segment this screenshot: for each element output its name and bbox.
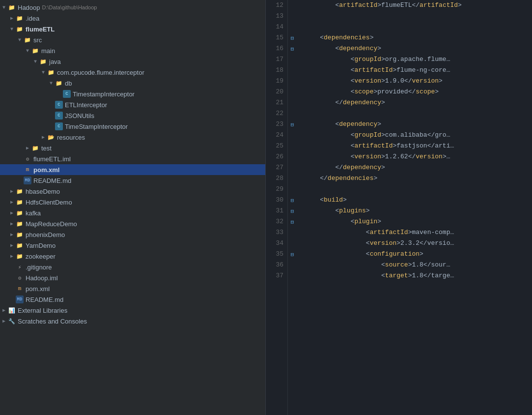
tree-item-YarnDemo[interactable]: 📁 YarnDemo xyxy=(0,240,265,251)
code-segment: < xyxy=(381,260,385,270)
tree-label: resources xyxy=(57,134,85,141)
code-line: <artifactId>flumeETL</artifactId> xyxy=(305,0,532,11)
code-segment: artifactId xyxy=(354,141,392,151)
code-segment: >flumeETL</ xyxy=(377,0,420,11)
fold-marker[interactable] xyxy=(288,32,297,43)
iml-icon: ⚙ xyxy=(16,274,24,282)
code-area: 1213141516171819202122232425262728293031… xyxy=(266,0,532,415)
tree-item-scratches[interactable]: 🔧 Scratches and Consoles xyxy=(0,316,265,326)
tree-arrow-closed xyxy=(8,188,16,194)
code-segment: </ xyxy=(320,173,328,184)
scratch-icon: 🔧 xyxy=(8,317,16,325)
code-segment: … xyxy=(447,54,450,65)
code-segment: … xyxy=(447,151,450,162)
tree-item-phoenixDemo[interactable]: 📁 phoenixDemo xyxy=(0,229,265,240)
class-icon: C xyxy=(55,122,63,130)
folder-icon: 📁 xyxy=(8,3,16,11)
folder-icon: 📁 xyxy=(16,14,24,22)
xml-icon: m xyxy=(24,166,31,174)
code-segment xyxy=(305,195,320,206)
line-number: 34 xyxy=(266,238,283,249)
tree-item-ETLInterceptor[interactable]: C ETLInterceptor xyxy=(0,99,265,110)
tree-item-root-readme[interactable]: MD README.md xyxy=(0,294,265,305)
folder-icon: 📁 xyxy=(16,187,24,195)
class-icon: C xyxy=(55,101,63,109)
tree-item-db[interactable]: 📁 db xyxy=(0,78,265,89)
tree-item-gitignore[interactable]: ⚡ .gitignore xyxy=(0,262,265,272)
tree-label: flumeETL xyxy=(26,26,55,33)
tree-item-test[interactable]: 📁 test xyxy=(0,143,265,153)
folder-icon: 📁 xyxy=(24,36,31,44)
code-line: <dependencies> xyxy=(305,32,532,43)
tree-item-zookeeper[interactable]: 📁 zookeeper xyxy=(0,251,265,262)
code-line: </dependency> xyxy=(305,162,532,173)
fold-gutter[interactable] xyxy=(288,0,297,415)
tree-item-flumeETL[interactable]: 📁 flumeETL xyxy=(0,24,265,34)
fold-marker[interactable] xyxy=(288,216,297,227)
code-line: <target>1.8</targe… xyxy=(305,270,532,281)
tree-item-idea[interactable]: 📁 .idea xyxy=(0,13,265,24)
tree-label: YarnDemo xyxy=(26,242,56,249)
tree-item-interceptor[interactable]: 📁 com.cpucode.flume.interceptor xyxy=(0,67,265,78)
code-segment xyxy=(305,54,351,65)
tree-item-pom-xml[interactable]: m pom.xml xyxy=(0,164,265,175)
code-segment: dependencies xyxy=(324,32,370,43)
tree-item-resources[interactable]: 📂 resources xyxy=(0,132,265,143)
tree-item-TimestampInterceptor[interactable]: C TimestampInterceptor xyxy=(0,89,265,99)
tree-label: java xyxy=(49,58,61,65)
fold-marker[interactable] xyxy=(288,249,297,260)
tree-item-hadoop-iml[interactable]: ⚙ Hadoop.iml xyxy=(0,272,265,283)
code-segment xyxy=(305,76,351,87)
tree-item-hadoop-root[interactable]: 📁 Hadoop D:\Data\github\Hadoop xyxy=(0,2,265,13)
code-segment: … xyxy=(450,270,454,281)
fold-marker[interactable] xyxy=(288,43,297,54)
tree-item-main[interactable]: 📁 main xyxy=(0,45,265,56)
code-segment: > xyxy=(377,119,381,130)
file-tree[interactable]: 📁 Hadoop D:\Data\github\Hadoop 📁 .idea 📁… xyxy=(0,0,265,415)
code-line: <plugins> xyxy=(305,206,532,216)
code-segment: >org.apache.flume xyxy=(381,54,447,65)
tree-item-hbaseDemo[interactable]: 📁 hbaseDemo xyxy=(0,186,265,197)
tree-item-src[interactable]: 📁 src xyxy=(0,34,265,45)
code-segment: version xyxy=(412,76,439,87)
code-segment: version xyxy=(370,238,397,249)
code-segment: plugin xyxy=(354,216,377,227)
code-segment: dependency xyxy=(339,119,377,130)
tree-item-MapReduceDemo[interactable]: 📁 MapReduceDemo xyxy=(0,218,265,229)
tree-item-README-md[interactable]: MD README.md xyxy=(0,175,265,186)
tree-item-JSONUtils[interactable]: C JSONUtils xyxy=(0,110,265,121)
tree-item-TimeStampInterceptor[interactable]: C TimeStampInterceptor xyxy=(0,121,265,132)
fold-marker[interactable] xyxy=(288,195,297,206)
code-segment xyxy=(305,249,366,260)
tree-item-flumeETL-iml[interactable]: ⚙ flumeETL.iml xyxy=(0,153,265,164)
fold-marker xyxy=(288,22,297,32)
code-line: <configuration> xyxy=(305,249,532,260)
code-segment: version xyxy=(354,151,381,162)
folder-icon: 📁 xyxy=(16,241,24,249)
code-line: <scope>provided</scope> xyxy=(305,87,532,97)
code-segment xyxy=(305,130,351,141)
iml-icon: ⚙ xyxy=(24,155,31,163)
code-segment: < xyxy=(351,54,355,65)
code-segment: … xyxy=(447,130,450,141)
fold-marker[interactable] xyxy=(288,119,297,130)
fold-marker xyxy=(288,76,297,87)
fold-marker[interactable] xyxy=(288,206,297,216)
tree-item-kafka[interactable]: 📁 kafka xyxy=(0,208,265,218)
tree-item-ext-libs[interactable]: 📊 External Libraries xyxy=(0,305,265,316)
tree-label: pom.xml xyxy=(26,285,50,293)
code-segment: source xyxy=(385,260,408,270)
code-segment: target xyxy=(385,270,408,281)
tree-item-root-pom[interactable]: m pom.xml xyxy=(0,283,265,294)
fold-marker xyxy=(288,141,297,151)
code-segment: >1.8</targe xyxy=(408,270,450,281)
tree-item-java[interactable]: 📁 java xyxy=(0,56,265,67)
tree-item-HdfsClientDemo[interactable]: 📁 HdfsClientDemo xyxy=(0,197,265,208)
code-segment: groupId xyxy=(354,54,381,65)
gitignore-icon: ⚡ xyxy=(16,263,24,271)
code-segment xyxy=(305,65,351,76)
tree-arrow-open xyxy=(0,5,8,10)
line-number: 18 xyxy=(266,65,283,76)
code-segment: < xyxy=(351,76,355,87)
code-segment xyxy=(305,32,320,43)
